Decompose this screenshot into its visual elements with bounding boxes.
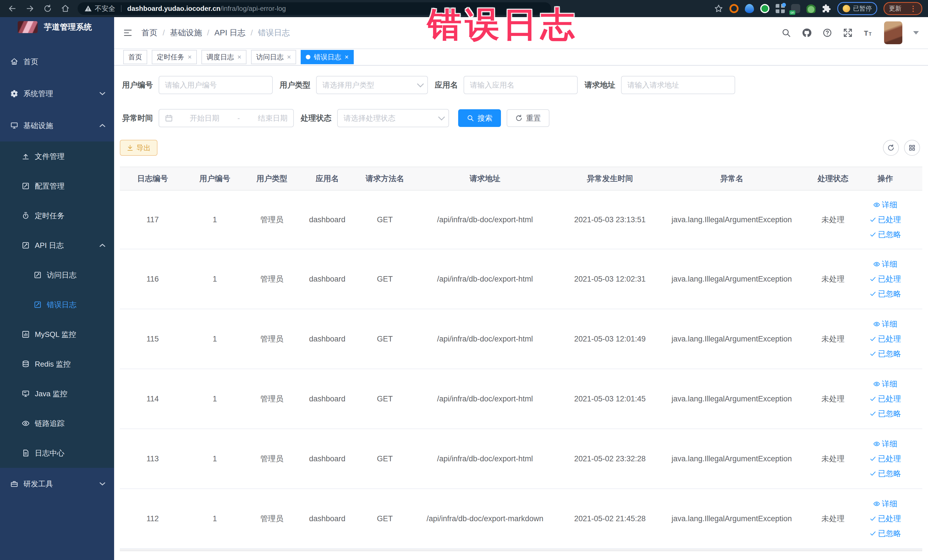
- action-已忽略[interactable]: 已忽略: [870, 287, 901, 301]
- extension-icon-1[interactable]: [730, 4, 739, 13]
- sidebar-item-3[interactable]: 文件管理: [0, 142, 114, 171]
- sidebar-item-label: 基础设施: [23, 121, 53, 131]
- action-详细[interactable]: 详细: [873, 436, 897, 451]
- action-详细[interactable]: 详细: [873, 377, 897, 391]
- sidebar-item-14[interactable]: 研发工具: [0, 468, 114, 500]
- cell-3-4: GET: [355, 395, 415, 403]
- sidebar-item-1[interactable]: 系统管理: [0, 78, 114, 110]
- cell-5-6: 2021-05-02 21:45:28: [555, 514, 665, 523]
- search-button[interactable]: 搜索: [458, 109, 501, 127]
- reload-icon[interactable]: [43, 4, 52, 13]
- kebab-menu-icon[interactable]: ⋮: [910, 4, 917, 13]
- request-url-input[interactable]: 请输入请求地址: [621, 76, 735, 94]
- close-icon[interactable]: ×: [188, 53, 192, 61]
- eye-icon: [873, 441, 880, 447]
- close-icon[interactable]: ×: [345, 53, 349, 61]
- tab-调度日志[interactable]: 调度日志×: [201, 50, 246, 64]
- action-已忽略[interactable]: 已忽略: [870, 406, 901, 421]
- action-已处理[interactable]: 已处理: [870, 451, 901, 466]
- fullscreen-icon[interactable]: [843, 28, 853, 38]
- close-icon[interactable]: ×: [287, 53, 291, 61]
- bookmark-star-icon[interactable]: [714, 4, 723, 13]
- sidebar-item-5[interactable]: 定时任务: [0, 201, 114, 230]
- extensions-puzzle-icon[interactable]: [822, 4, 831, 13]
- breadcrumb-item-2[interactable]: API 日志: [215, 27, 246, 38]
- action-详细[interactable]: 详细: [873, 197, 897, 212]
- reset-button[interactable]: 重置: [507, 109, 549, 127]
- sidebar-item-12[interactable]: 链路追踪: [0, 409, 114, 438]
- filter-user-type: 用户类型 请选择用户类型: [277, 76, 428, 94]
- update-badge[interactable]: 更新⋮: [884, 2, 922, 15]
- paused-badge[interactable]: 已暂停: [837, 2, 877, 15]
- tab-错误日志[interactable]: 错误日志×: [301, 50, 354, 64]
- app-name-input[interactable]: 请输入应用名: [464, 76, 578, 94]
- help-icon[interactable]: [823, 28, 832, 38]
- sidebar-item-0[interactable]: 首页: [0, 46, 114, 78]
- extension-icon-6[interactable]: [806, 4, 816, 13]
- sidebar-item-label: 研发工具: [23, 479, 53, 489]
- font-size-icon[interactable]: TT: [864, 28, 873, 38]
- github-icon[interactable]: [802, 28, 812, 38]
- caret-down-icon[interactable]: [913, 31, 919, 35]
- cell-0-6: 2021-05-03 23:13:51: [555, 215, 665, 224]
- sidebar-item-2[interactable]: 基础设施: [0, 110, 114, 142]
- sidebar-item-4[interactable]: 配置管理: [0, 171, 114, 201]
- column-header-6: 异常发生时间: [555, 174, 665, 184]
- export-button[interactable]: 导出: [120, 140, 157, 156]
- user-id-input[interactable]: 请输入用户编号: [159, 76, 273, 94]
- tab-首页[interactable]: 首页: [123, 50, 147, 64]
- tab-label: 错误日志: [314, 52, 341, 62]
- hamburger-icon[interactable]: [114, 28, 142, 37]
- forward-icon[interactable]: [26, 4, 34, 13]
- action-已处理[interactable]: 已处理: [870, 391, 901, 406]
- table-row-116: 1161管理员dashboardGET/api/infra/db-doc/exp…: [120, 249, 922, 309]
- cell-2-0: 115: [120, 335, 185, 343]
- back-icon[interactable]: [8, 4, 17, 13]
- request-url-label: 请求地址: [582, 80, 621, 90]
- avatar[interactable]: [884, 21, 902, 44]
- action-详细[interactable]: 详细: [873, 496, 897, 511]
- process-status-select[interactable]: 请选择处理状态: [337, 109, 449, 127]
- refresh-button[interactable]: [883, 140, 899, 156]
- sidebar-item-7[interactable]: 访问日志: [0, 260, 114, 290]
- breadcrumb-item-1[interactable]: 基础设施: [170, 27, 202, 38]
- columns-button[interactable]: [904, 140, 920, 156]
- cell-0-8: 未处理: [799, 215, 867, 225]
- action-已忽略[interactable]: 已忽略: [870, 466, 901, 481]
- sidebar-item-label: Redis 监控: [35, 359, 71, 369]
- sidebar-item-9[interactable]: MySQL 监控: [0, 319, 114, 349]
- sidebar-item-8[interactable]: 错误日志: [0, 290, 114, 319]
- action-已忽略[interactable]: 已忽略: [870, 346, 901, 361]
- cell-4-6: 2021-05-02 23:32:28: [555, 455, 665, 463]
- action-详细[interactable]: 详细: [873, 257, 897, 272]
- home-icon[interactable]: [61, 4, 70, 13]
- extension-icon-2[interactable]: [745, 4, 754, 13]
- breadcrumb-item-0[interactable]: 首页: [142, 27, 157, 38]
- sidebar-item-11[interactable]: Java 监控: [0, 379, 114, 409]
- extension-icon-5[interactable]: on: [791, 4, 800, 13]
- action-已处理[interactable]: 已处理: [870, 212, 901, 227]
- chevron-down-icon: [99, 482, 105, 486]
- breadcrumb: 首页/基础设施/API 日志/错误日志: [142, 27, 290, 38]
- extension-icon-4[interactable]: [776, 4, 785, 13]
- extension-icon-3[interactable]: [760, 4, 769, 13]
- date-range-input[interactable]: 开始日期 - 结束日期: [159, 109, 294, 127]
- action-已忽略[interactable]: 已忽略: [870, 227, 901, 242]
- sidebar-item-6[interactable]: API 日志: [0, 230, 114, 260]
- user-type-select[interactable]: 请选择用户类型: [316, 76, 428, 94]
- search-icon[interactable]: [781, 28, 791, 38]
- tab-访问日志[interactable]: 访问日志×: [251, 50, 296, 64]
- tab-定时任务[interactable]: 定时任务×: [152, 50, 197, 64]
- action-详细[interactable]: 详细: [873, 317, 897, 331]
- close-icon[interactable]: ×: [237, 53, 241, 61]
- action-已忽略[interactable]: 已忽略: [870, 526, 901, 541]
- sidebar-item-10[interactable]: Redis 监控: [0, 349, 114, 379]
- cell-0-7: java.lang.IllegalArgumentException: [665, 215, 799, 224]
- action-已处理[interactable]: 已处理: [870, 511, 901, 526]
- toolbox-icon: [10, 480, 18, 488]
- action-已处理[interactable]: 已处理: [870, 272, 901, 287]
- sidebar-item-13[interactable]: 日志中心: [0, 438, 114, 468]
- breadcrumb-item-3: 错误日志: [258, 27, 290, 38]
- sidebar-logo[interactable]: 芋道管理系统: [0, 17, 114, 46]
- action-已处理[interactable]: 已处理: [870, 331, 901, 346]
